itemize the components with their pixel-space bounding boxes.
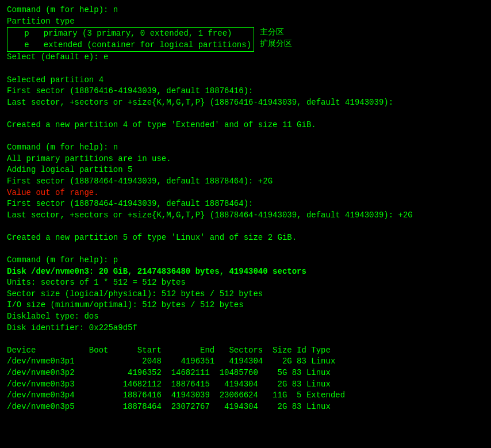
partition-row-1: /dev/nvme0n3p1 2048 4196351 4194304 2G 8…: [7, 357, 335, 366]
partition-type-label: Partition type: [7, 17, 75, 26]
created-partition4-line: Created a new partition 4 of type 'Exten…: [7, 120, 316, 129]
units-line: Units: sectors of 1 * 512 = 512 bytes: [7, 278, 186, 287]
partition-row-3: /dev/nvme0n3p3 14682112 18876415 4194304…: [7, 380, 331, 389]
all-primary-line: All primary partitions are in use.: [7, 154, 171, 163]
last-sector-line2: Last sector, +sectors or +size{K,M,G,T,P…: [7, 210, 413, 220]
last-sector-line1: Last sector, +sectors or +size{K,M,G,T,P…: [7, 98, 393, 107]
partition-row-5: /dev/nvme0n3p5 18878464 23072767 4194304…: [7, 402, 331, 411]
partition-row-2: /dev/nvme0n3p2 4196352 14682111 10485760…: [7, 368, 331, 377]
adding-logical-line: Adding logical partition 5: [7, 165, 132, 174]
chinese-labels: 主分区 扩展分区: [260, 27, 292, 49]
table-header-line: Device Boot Start End Sectors Size Id Ty…: [7, 346, 331, 355]
terminal-window: Command (m for help): n Partition type p…: [3, 2, 488, 448]
partition-options-box: p primary (3 primary, 0 extended, 1 free…: [7, 27, 254, 52]
first-sector-line2: First sector (18878464-41943039, default…: [7, 177, 273, 186]
terminal-output: Command (m for help): n Partition type p…: [3, 2, 488, 415]
disklabel-line: Disklabel type: dos: [7, 312, 99, 321]
cmd2-line: Command (m for help): n: [7, 143, 118, 152]
cmd1-line: Command (m for help): n: [7, 5, 118, 14]
cmd3-line: Command (m for help): p: [7, 255, 118, 265]
select-default-line: Select (default e): e: [7, 52, 108, 62]
disk-info-line: Disk /dev/nvme0n3: 20 GiB, 21474836480 b…: [7, 267, 306, 276]
partition-row-4: /dev/nvme0n3p4 18876416 41943039 2306662…: [7, 390, 345, 400]
disk-id-line: Disk identifier: 0x225a9d5f: [7, 323, 137, 332]
value-out-of-range-line: Value out of range.: [7, 188, 99, 197]
first-sector-line1: First sector (18876416-41943039, default…: [7, 86, 253, 95]
sector-size-line: Sector size (logical/physical): 512 byte…: [7, 289, 263, 298]
first-sector-line3: First sector (18878464-41943039, default…: [7, 199, 253, 208]
created-partition5-line: Created a new partition 5 of type 'Linux…: [7, 233, 297, 242]
selected-partition-line: Selected partition 4: [7, 75, 103, 85]
io-size-line: I/O size (minimum/optimal): 512 bytes / …: [7, 300, 244, 309]
